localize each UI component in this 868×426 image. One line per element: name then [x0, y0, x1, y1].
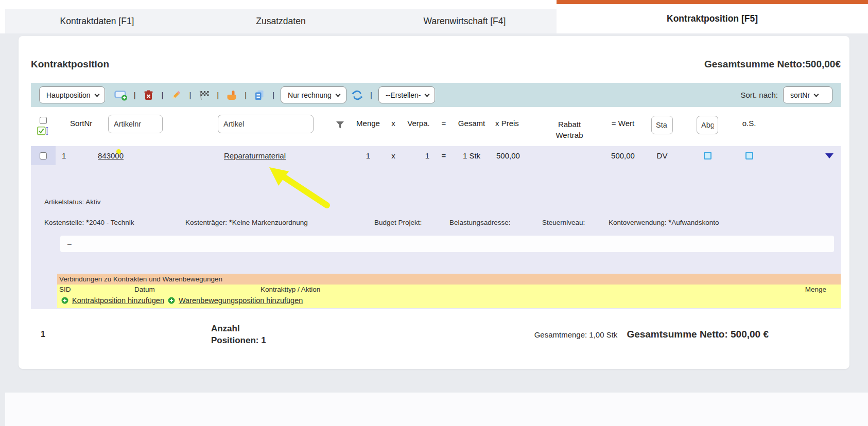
- sort-controls: Sort. nach: sortNr: [740, 86, 832, 103]
- col-header-wert: = Wert: [598, 115, 639, 128]
- field-belastungsadresse: Belastungsadresse:: [449, 218, 511, 226]
- select-all-icon[interactable]: [37, 127, 49, 137]
- annotation-arrow: [265, 166, 337, 210]
- panel-header: Kontraktposition Gesamtsumme Netto:500,0…: [31, 57, 841, 72]
- summary-gesamtmenge: Gesamtmenge: 1,00 Stk: [534, 330, 618, 339]
- toolbar-separator: |: [189, 91, 191, 99]
- create-select[interactable]: --Erstellen-: [378, 86, 435, 103]
- col-menge: Menge: [805, 286, 826, 293]
- tab-kontraktdaten[interactable]: Kontraktdaten [F1]: [5, 9, 189, 33]
- chevron-down-icon: [335, 92, 340, 97]
- field-kontoverwendung: Kontoverwendung: *Aufwandskonto: [609, 218, 719, 226]
- summary-gesamtsumme: Gesamtsumme Netto: 500,00 €: [627, 329, 769, 340]
- edit-icon[interactable]: [169, 88, 183, 102]
- row-preis: 500,00: [492, 151, 541, 160]
- row-checkbox-cell: [31, 146, 56, 165]
- kontraktposition-panel: Kontraktposition Gesamtsumme Netto:500,0…: [19, 36, 849, 369]
- detail-fields-row: Kostenstelle: *2040 - Technik Kostenträg…: [31, 218, 841, 227]
- sort-select[interactable]: sortNr: [783, 86, 832, 103]
- row-wert: 500,00: [598, 151, 639, 160]
- add-position-icon[interactable]: [114, 88, 128, 102]
- connections-section: SID Datum Kontrakttyp / Aktion Menge Kon…: [57, 285, 841, 308]
- row-abg-checkbox[interactable]: [704, 152, 711, 159]
- invoice-filter-select[interactable]: Nur rechnung: [281, 86, 346, 103]
- row-sortnr: 1: [56, 151, 93, 160]
- artikelnr-filter-input[interactable]: [108, 115, 163, 133]
- field-steuerniveau: Steuerniveau:: [542, 218, 585, 226]
- col-header-x: x: [386, 115, 401, 128]
- toolbar: Hauptposition | |: [31, 83, 841, 107]
- tab-zusatzdaten[interactable]: Zusatzdaten: [189, 9, 373, 33]
- tab-bar: Kontraktdaten [F1] Zusatzdaten Warenwirt…: [0, 0, 868, 33]
- row-detail-panel: Artikelstatus: Aktiv Kostenstelle: *2040…: [31, 165, 841, 309]
- chevron-down-icon: [814, 92, 819, 97]
- row-checkbox[interactable]: [40, 152, 47, 159]
- field-kostentraeger: Kostenträger: *Keine Markenzuordnung: [185, 218, 308, 226]
- add-kontraktposition-link[interactable]: Kontraktposition hinzufügen: [72, 296, 164, 305]
- status-filter-input[interactable]: [651, 116, 673, 134]
- add-warenbewegungsposition-link[interactable]: Warenbewegungsposition hinzufügen: [179, 296, 303, 305]
- col-header-menge: Menge: [350, 115, 386, 128]
- footer-strip: [5, 393, 868, 426]
- chevron-down-icon: [94, 92, 99, 97]
- artikel-filter-input[interactable]: [218, 115, 314, 133]
- tab-kontraktposition[interactable]: Kontraktposition [F5]: [557, 0, 868, 33]
- filter-icon[interactable]: [336, 121, 344, 131]
- col-header-rabatt: Rabatt Wertrab: [541, 115, 598, 140]
- total-net-header: Gesamtsumme Netto:500,00€: [704, 59, 841, 70]
- finish-flag-icon[interactable]: [197, 88, 211, 102]
- page-title: Kontraktposition: [31, 59, 109, 70]
- refresh-icon[interactable]: [351, 88, 364, 102]
- row-eq: =: [437, 151, 451, 160]
- row-os-checkbox[interactable]: [745, 152, 753, 159]
- col-sid: SID: [59, 286, 71, 293]
- col-header-verpa: Verpa.: [401, 115, 437, 128]
- hand-icon[interactable]: [225, 88, 238, 102]
- col-header-gesamt: Gesamt: [451, 115, 492, 128]
- toolbar-separator: |: [272, 91, 274, 99]
- connections-section-header: Verbindungen zu Kontrakten und Warenbewe…: [57, 274, 841, 285]
- summary-row: 1 Anzahl Positionen: 1 Gesamtmenge: 1,00…: [31, 323, 841, 346]
- table-header: SortNr Menge x Verpa. = Gesamt x Preis R…: [31, 111, 841, 146]
- connections-columns: SID Datum Kontrakttyp / Aktion Menge: [57, 285, 841, 294]
- chevron-down-icon: [425, 92, 430, 97]
- artikel-link[interactable]: Reparaturmaterial: [224, 151, 286, 160]
- col-kontrakttyp: Kontrakttyp / Aktion: [261, 286, 320, 293]
- summary-anzahl: Anzahl Positionen: 1: [211, 323, 266, 346]
- col-header-preis: x Preis: [492, 115, 541, 128]
- row-menge: 1: [350, 151, 386, 160]
- row-verpa: 1: [401, 151, 437, 160]
- toolbar-separator: |: [217, 91, 219, 99]
- summary-count: 1: [41, 330, 45, 339]
- connections-actions: Kontraktposition hinzufügen Warenbewegun…: [57, 294, 841, 307]
- summary-totals: Gesamtmenge: 1,00 Stk Gesamtsumme Netto:…: [534, 329, 841, 340]
- field-budget-projekt: Budget Projekt:: [374, 218, 422, 226]
- col-header-os: o.S.: [730, 115, 769, 128]
- row-gesamt: 1 Stk: [451, 151, 492, 160]
- toolbar-separator: |: [134, 91, 136, 99]
- position-type-select[interactable]: Hauptposition: [39, 86, 105, 103]
- yellow-dot-marker: [116, 149, 121, 154]
- col-header-eq: =: [437, 115, 451, 128]
- artikelstatus-text: Artikelstatus: Aktiv: [44, 198, 101, 206]
- col-datum: Datum: [134, 286, 155, 293]
- table-row: 1 843000 Reparaturmaterial 1 x 1 = 1 Stk…: [31, 146, 841, 165]
- tab-warenwirtschaft[interactable]: Warenwirtschaft [F4]: [373, 9, 557, 33]
- add-link-icon[interactable]: [168, 297, 175, 304]
- row-status: DV: [639, 151, 685, 160]
- col-header-sortnr: SortNr: [56, 115, 93, 128]
- add-link-icon[interactable]: [61, 297, 68, 304]
- toolbar-separator: |: [162, 91, 164, 99]
- page: Kontraktdaten [F1] Zusatzdaten Warenwirt…: [0, 0, 868, 426]
- copy-icon[interactable]: [253, 88, 266, 102]
- delete-icon[interactable]: [142, 88, 155, 102]
- select-all-checkbox[interactable]: [40, 117, 47, 124]
- toolbar-separator: |: [245, 91, 247, 99]
- abg-filter-input[interactable]: [697, 116, 718, 134]
- artikel-cell: Reparaturmaterial: [180, 151, 329, 160]
- note-input[interactable]: –: [60, 236, 834, 252]
- caret-down-icon[interactable]: [825, 153, 834, 158]
- toolbar-separator: |: [370, 91, 372, 99]
- field-kostenstelle: Kostenstelle: *2040 - Technik: [44, 218, 134, 226]
- row-x: x: [386, 151, 401, 160]
